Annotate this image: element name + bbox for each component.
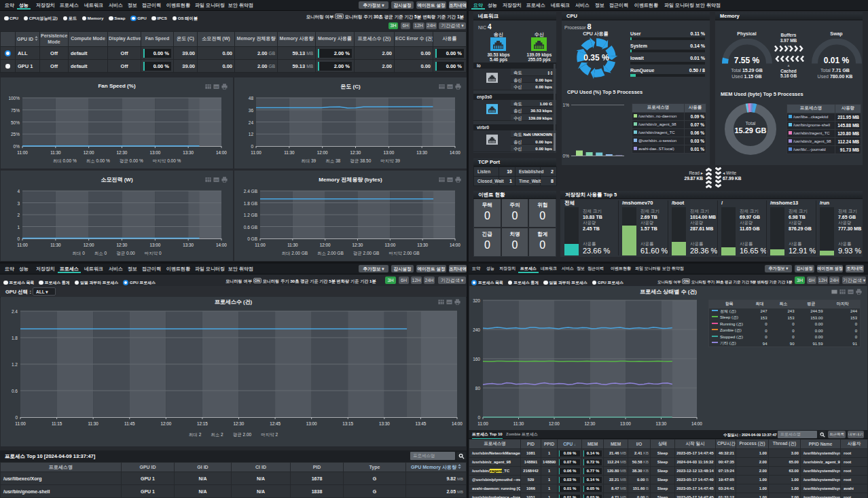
svg-text:0: 0: [477, 415, 480, 420]
svg-text:14:00: 14:00: [450, 150, 460, 155]
svg-text:13:30: 13:30: [416, 150, 427, 155]
svg-text:1%: 1%: [563, 103, 570, 107]
svg-text:13:00: 13:00: [383, 150, 394, 155]
svg-text:13:00: 13:00: [384, 243, 395, 247]
svg-text:12:00: 12:00: [549, 421, 560, 426]
svg-text:13:30: 13:30: [183, 150, 194, 155]
svg-text:12:15: 12:15: [197, 421, 208, 426]
svg-text:1.2 GB: 1.2 GB: [244, 213, 257, 217]
svg-text:11:00: 11:00: [255, 243, 266, 247]
svg-text:0.6: 0.6: [12, 389, 18, 393]
svg-text:25%: 25%: [11, 132, 20, 137]
svg-text:14:00: 14:00: [216, 150, 227, 155]
svg-text:11:00: 11:00: [251, 150, 261, 155]
svg-text:12:00: 12:00: [317, 150, 328, 155]
svg-text:14:00: 14:00: [216, 243, 227, 247]
svg-text:75%: 75%: [11, 108, 20, 113]
svg-text:12:45: 12:45: [270, 421, 281, 426]
svg-text:13:00: 13:00: [620, 421, 631, 426]
svg-text:0%: 0%: [14, 144, 20, 149]
svg-text:12:00: 12:00: [160, 421, 171, 426]
svg-text:12:30: 12:30: [117, 150, 128, 155]
svg-text:2.4 GB: 2.4 GB: [244, 189, 257, 194]
svg-text:240: 240: [473, 327, 480, 332]
svg-text:csv: csv: [448, 179, 452, 181]
svg-text:13:45: 13:45: [416, 421, 427, 426]
svg-text:13:00: 13:00: [306, 421, 317, 426]
svg-text:csv: csv: [447, 301, 452, 304]
svg-text:11:15: 11:15: [52, 421, 62, 426]
svg-text:1.2: 1.2: [12, 362, 18, 367]
svg-text:12:00: 12:00: [84, 243, 94, 247]
svg-text:12:30: 12:30: [585, 421, 596, 426]
svg-text:11:30: 11:30: [284, 150, 295, 155]
svg-text:12: 12: [249, 132, 254, 137]
svg-text:0%: 0%: [563, 154, 570, 158]
svg-text:13:30: 13:30: [379, 421, 390, 426]
svg-text:12:30: 12:30: [234, 421, 245, 426]
svg-text:1: 1: [17, 225, 20, 230]
svg-text:14:00: 14:00: [691, 421, 702, 426]
svg-text:12:30: 12:30: [117, 243, 128, 247]
svg-text:1.8 GB: 1.8 GB: [244, 201, 257, 206]
svg-text:0.6 GB: 0.6 GB: [244, 225, 257, 230]
svg-text:11:30: 11:30: [88, 421, 99, 426]
svg-text:80: 80: [475, 386, 481, 391]
svg-text:11:30: 11:30: [50, 243, 61, 247]
svg-text:11:00: 11:00: [17, 150, 28, 155]
svg-text:0: 0: [17, 236, 20, 241]
svg-text:0: 0: [251, 144, 253, 149]
svg-text:2.4: 2.4: [12, 309, 18, 314]
svg-text:13:00: 13:00: [149, 243, 160, 247]
svg-text:13:30: 13:30: [183, 243, 194, 247]
svg-text:11:30: 11:30: [50, 150, 61, 155]
svg-text:12:00: 12:00: [84, 150, 94, 155]
svg-text:13:00: 13:00: [149, 150, 160, 155]
svg-text:36: 36: [249, 108, 254, 113]
svg-text:13:30: 13:30: [417, 243, 428, 247]
svg-text:24: 24: [249, 120, 254, 125]
svg-text:csv: csv: [214, 179, 219, 181]
svg-text:11:45: 11:45: [124, 421, 135, 426]
svg-text:csv: csv: [448, 86, 452, 88]
svg-text:13:30: 13:30: [656, 421, 667, 426]
svg-text:320: 320: [473, 298, 480, 303]
svg-text:14:00: 14:00: [452, 421, 463, 426]
svg-text:14:00: 14:00: [450, 243, 460, 247]
svg-text:3: 3: [17, 201, 20, 206]
svg-text:11:00: 11:00: [477, 421, 488, 426]
svg-text:11:30: 11:30: [287, 243, 298, 247]
svg-text:50%: 50%: [11, 120, 20, 125]
svg-text:13:15: 13:15: [342, 421, 353, 426]
svg-text:11:00: 11:00: [17, 243, 28, 247]
svg-text:1.8: 1.8: [12, 336, 18, 340]
svg-text:11:00: 11:00: [15, 421, 26, 426]
svg-text:0: 0: [15, 415, 18, 420]
svg-text:12:30: 12:30: [350, 150, 361, 155]
svg-text:12:00: 12:00: [320, 243, 331, 247]
svg-text:0 GB: 0 GB: [247, 236, 257, 241]
svg-text:12:30: 12:30: [352, 243, 363, 247]
svg-text:160: 160: [473, 357, 480, 361]
svg-text:48: 48: [249, 96, 254, 101]
svg-text:csv: csv: [214, 86, 219, 88]
svg-text:11:30: 11:30: [513, 421, 524, 426]
svg-text:100%: 100%: [8, 96, 20, 101]
svg-text:2: 2: [17, 213, 20, 217]
svg-text:csv: csv: [848, 291, 853, 294]
svg-text:4: 4: [17, 189, 20, 194]
